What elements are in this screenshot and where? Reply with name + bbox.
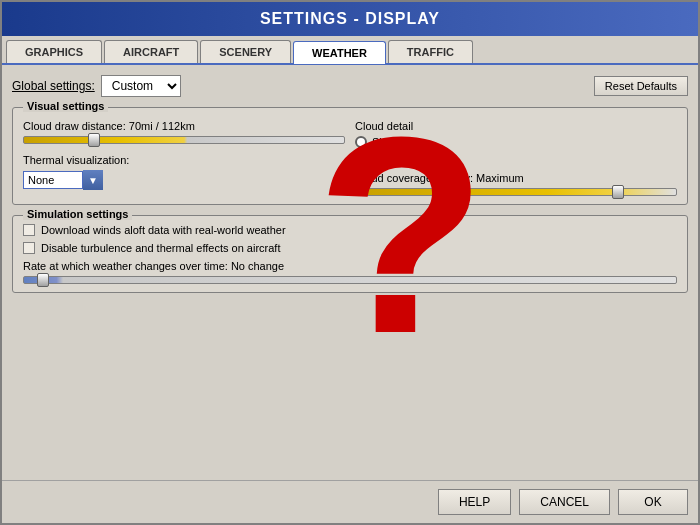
weather-rate-label: Rate at which weather changes over time:… xyxy=(23,260,677,272)
visual-settings-section: Visual settings Cloud draw distance: 70m… xyxy=(12,107,688,205)
turbulence-checkbox[interactable] xyxy=(23,242,35,254)
simple-radio-label: Simple xyxy=(372,136,406,148)
thermal-visualization-row: Thermal visualization: xyxy=(23,154,345,166)
help-button[interactable]: HELP xyxy=(438,489,511,515)
cloud-density-slider-thumb[interactable] xyxy=(612,185,624,199)
simulation-settings-section: Simulation settings Download winds aloft… xyxy=(12,215,688,293)
thermal-label: Thermal visualization: xyxy=(23,154,129,166)
cancel-button[interactable]: CANCEL xyxy=(519,489,610,515)
winds-aloft-checkbox[interactable] xyxy=(23,224,35,236)
cloud-draw-distance-container: Cloud draw distance: 70mi / 112km xyxy=(23,120,345,144)
ok-button[interactable]: OK xyxy=(618,489,688,515)
visual-settings-left-col: Cloud draw distance: 70mi / 112km Therma… xyxy=(23,116,345,196)
visual-settings-columns: Cloud draw distance: 70mi / 112km Therma… xyxy=(23,116,677,196)
cloud-draw-distance-label: Cloud draw distance: 70mi / 112km xyxy=(23,120,345,132)
thermal-dropdown-arrow[interactable]: ▼ xyxy=(83,170,103,190)
tab-bar: GRAPHICS AIRCRAFT SCENERY WEATHER TRAFFI… xyxy=(2,36,698,65)
title-bar: SETTINGS - DISPLAY xyxy=(2,2,698,36)
cloud-density-slider-track[interactable] xyxy=(355,188,677,196)
winds-aloft-row: Download winds aloft data with real-worl… xyxy=(23,224,677,236)
visual-settings-right-col: Cloud detail Simple Detailed Cloud cover… xyxy=(355,116,677,196)
thermal-dropdown-row: None ▼ xyxy=(23,170,345,190)
content-area: ? Global settings: Custom Reset Defaults… xyxy=(2,65,698,480)
global-settings-dropdown[interactable]: Custom xyxy=(101,75,181,97)
detailed-radio-row[interactable]: Detailed xyxy=(355,152,677,164)
winds-aloft-label: Download winds aloft data with real-worl… xyxy=(41,224,286,236)
detailed-radio-button[interactable] xyxy=(355,152,367,164)
weather-rate-slider-thumb[interactable] xyxy=(37,273,49,287)
tab-graphics[interactable]: GRAPHICS xyxy=(6,40,102,63)
cloud-density-label: Cloud coverage density: Maximum xyxy=(355,172,677,184)
turbulence-row: Disable turbulence and thermal effects o… xyxy=(23,242,677,254)
cloud-detail-radio-group: Simple Detailed xyxy=(355,136,677,164)
global-settings-left: Global settings: Custom xyxy=(12,75,181,97)
weather-rate-slider-track[interactable] xyxy=(23,276,677,284)
cloud-detail-title: Cloud detail xyxy=(355,120,677,132)
footer: HELP CANCEL OK xyxy=(2,480,698,523)
tab-scenery[interactable]: SCENERY xyxy=(200,40,291,63)
reset-defaults-button[interactable]: Reset Defaults xyxy=(594,76,688,96)
main-window: SETTINGS - DISPLAY GRAPHICS AIRCRAFT SCE… xyxy=(0,0,700,525)
thermal-select-value: None xyxy=(28,174,78,186)
turbulence-label: Disable turbulence and thermal effects o… xyxy=(41,242,280,254)
cloud-draw-distance-slider-thumb[interactable] xyxy=(88,133,100,147)
visual-settings-title: Visual settings xyxy=(23,100,108,112)
cloud-draw-distance-slider-track[interactable] xyxy=(23,136,345,144)
global-settings-row: Global settings: Custom Reset Defaults xyxy=(12,75,688,97)
simple-radio-row[interactable]: Simple xyxy=(355,136,677,148)
tab-aircraft[interactable]: AIRCRAFT xyxy=(104,40,198,63)
detailed-radio-label: Detailed xyxy=(372,152,412,164)
thermal-select-display: None xyxy=(23,171,83,189)
global-settings-dropdown-wrapper: Custom xyxy=(101,75,181,97)
tab-weather[interactable]: WEATHER xyxy=(293,41,386,64)
window-title: SETTINGS - DISPLAY xyxy=(260,10,440,27)
tab-traffic[interactable]: TRAFFIC xyxy=(388,40,473,63)
global-settings-label: Global settings: xyxy=(12,79,95,93)
simulation-settings-title: Simulation settings xyxy=(23,208,132,220)
simple-radio-button[interactable] xyxy=(355,136,367,148)
